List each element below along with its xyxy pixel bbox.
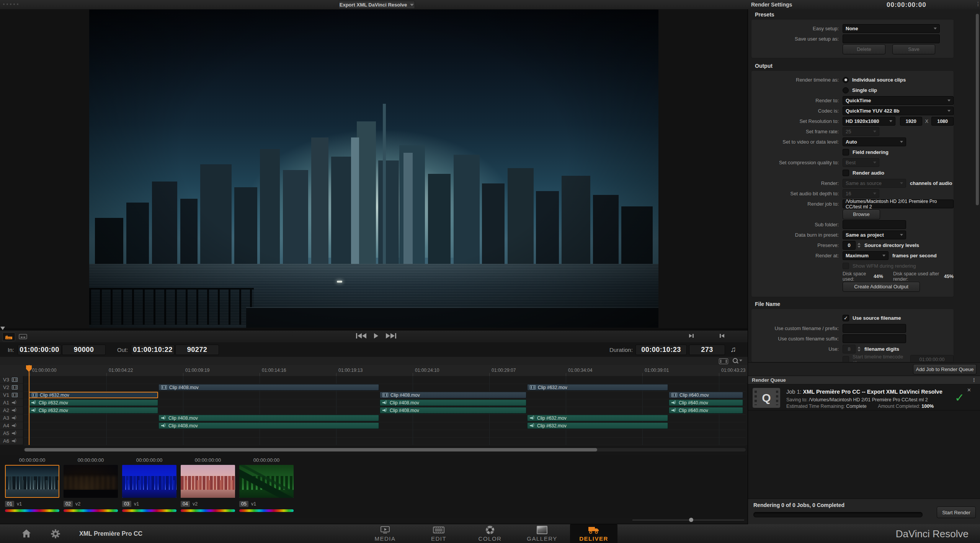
single-clip-radio[interactable]	[843, 87, 849, 93]
job-close-icon[interactable]: ✕	[967, 387, 971, 393]
speaker-icon[interactable]	[12, 431, 17, 436]
viewer-scrub-handle[interactable]	[0, 327, 5, 330]
delete-preset-button[interactable]: Delete	[843, 44, 885, 54]
audio-toggle-icon[interactable]: ♫	[730, 345, 736, 354]
duration-frames-field[interactable]: 273	[689, 345, 725, 355]
go-to-start-button[interactable]	[356, 333, 366, 339]
timeline-clip[interactable]: Clip #640.mov	[669, 392, 743, 398]
resolution-dropdown[interactable]: HD 1920x1080	[843, 117, 895, 126]
timeline-thumbnail-05[interactable]: 00:00:00:0005v1	[239, 455, 294, 512]
timeline-clip[interactable]: Clip #408.mov	[158, 422, 379, 429]
speaker-icon[interactable]	[12, 424, 17, 428]
render-job-item[interactable]: Q Job 1: XML Première Pro CC -- Export X…	[748, 386, 980, 411]
custom-suffix-input[interactable]	[843, 334, 906, 343]
track-header-a5[interactable]: A5	[0, 430, 23, 437]
tracks-body[interactable]: Clip #408.movClip #632.movClip #632.movC…	[24, 376, 746, 445]
video-data-level-dropdown[interactable]: Auto	[843, 137, 906, 146]
timeline-thumbnail-04[interactable]: 00:00:00:0004v2	[181, 455, 235, 512]
track-header-v2[interactable]: V2	[0, 384, 23, 391]
thumbnail-zoom-slider-track[interactable]	[632, 520, 744, 520]
track-header-a4[interactable]: A4	[0, 422, 23, 430]
queue-options-icon[interactable]: ⋮	[972, 377, 977, 383]
speaker-icon[interactable]	[12, 408, 17, 413]
duration-timecode-field[interactable]: 00:00:10:23	[635, 345, 687, 355]
render-view-toggle-icon[interactable]	[2, 332, 15, 341]
timeline-clip[interactable]: Clip #408.mov	[380, 392, 526, 398]
sub-folder-input[interactable]	[843, 220, 906, 229]
tab-deliver[interactable]: DELIVER	[570, 524, 617, 543]
individual-source-clips-radio[interactable]	[843, 77, 849, 83]
thumbnail-image[interactable]	[64, 465, 118, 498]
step-forward-button[interactable]	[689, 334, 694, 338]
track-header-a3[interactable]: A3	[0, 414, 23, 422]
timeline-clip[interactable]: Clip #632.mov	[29, 407, 158, 414]
panel-options-icon[interactable]: ⋮	[975, 1, 980, 7]
field-rendering-checkbox[interactable]	[843, 149, 849, 155]
thumbnail-image[interactable]	[122, 465, 176, 498]
timeline-ruler[interactable]: 01:00:00:0001:00:04:2201:00:09:1901:00:1…	[0, 365, 748, 376]
panel-scrollbar[interactable]	[976, 14, 979, 205]
film-icon[interactable]	[12, 393, 18, 397]
thumbnail-image[interactable]	[5, 465, 59, 498]
film-icon[interactable]	[12, 378, 18, 382]
create-additional-output-button[interactable]: Create Additional Output	[843, 282, 920, 292]
render-to-dropdown[interactable]: QuickTime	[843, 96, 954, 105]
tape-deck-icon[interactable]	[17, 332, 29, 340]
use-source-filename-checkbox[interactable]: ✓	[843, 315, 849, 321]
preserve-stepper[interactable]: 0	[843, 241, 861, 250]
project-name[interactable]: XML Première Pro CC	[79, 530, 142, 537]
out-frames-field[interactable]: 90272	[175, 345, 219, 355]
add-job-to-render-queue-button[interactable]: Add Job to Render Queue	[913, 364, 977, 375]
speaker-icon[interactable]	[12, 416, 17, 420]
timeline-clip[interactable]: Clip #408.mov	[158, 415, 379, 421]
timeline-selector-dropdown[interactable]: Export XML DaVinci Resolve	[338, 1, 415, 9]
save-preset-button[interactable]: Save	[892, 44, 935, 54]
tab-media[interactable]: MEDIA	[361, 524, 409, 543]
thumbnail-zoom-slider-handle[interactable]	[689, 518, 693, 522]
in-frames-field[interactable]: 90000	[62, 345, 106, 355]
timeline-thumbnail-01[interactable]: 00:00:00:0001v1	[5, 455, 59, 512]
track-header-a1[interactable]: A1	[0, 399, 23, 407]
save-user-setup-input[interactable]	[843, 34, 940, 43]
home-icon[interactable]	[21, 529, 31, 538]
film-icon[interactable]	[12, 385, 18, 389]
track-header-a6[interactable]: A6	[0, 437, 23, 445]
timeline-clip[interactable]: Clip #632.mov	[527, 422, 668, 429]
timeline-zoom-tool[interactable]	[733, 358, 742, 363]
tab-color[interactable]: COLOR	[466, 524, 514, 543]
codec-dropdown[interactable]: QuickTime YUV 422 8b	[843, 106, 954, 115]
timeline-clip[interactable]: Clip #632.mov	[527, 384, 668, 391]
in-timecode-field[interactable]: 01:00:00:00	[18, 345, 61, 355]
resolution-width-field[interactable]: 1920	[900, 117, 922, 126]
timeline-clip[interactable]: Clip #408.mov	[380, 399, 526, 406]
thumbnail-image[interactable]	[239, 465, 294, 498]
tab-gallery[interactable]: GALLERY	[518, 524, 566, 543]
timeline-clip[interactable]: Clip #408.mov	[380, 407, 526, 414]
browse-button[interactable]: Browse	[843, 209, 880, 219]
timeline-view-options-icon[interactable]	[719, 358, 728, 364]
timeline-thumbnail-03[interactable]: 00:00:00:0003v1	[122, 455, 176, 512]
timeline-clip[interactable]: Clip #640.mov	[669, 407, 743, 414]
go-to-end-button[interactable]	[386, 333, 396, 339]
render-job-path-field[interactable]: /Volumes/Macintosh HD 2/01 Première Pro …	[843, 200, 954, 208]
speaker-icon[interactable]	[12, 439, 17, 443]
track-header-a2[interactable]: A2	[0, 407, 23, 414]
timeline-clip[interactable]: Clip #632.mov	[29, 399, 158, 406]
render-at-dropdown[interactable]: Maximum	[843, 251, 889, 260]
custom-prefix-input[interactable]	[843, 324, 906, 333]
easy-setup-dropdown[interactable]: None	[843, 24, 940, 33]
resolution-height-field[interactable]: 1080	[931, 117, 954, 126]
track-header-v1[interactable]: V1	[0, 391, 23, 399]
data-burn-dropdown[interactable]: Same as project	[843, 231, 906, 239]
timeline-clip[interactable]: Clip #632.mov	[29, 392, 158, 398]
timeline-clip[interactable]: Clip #640.mov	[669, 399, 743, 406]
play-button[interactable]	[374, 333, 378, 339]
render-audio-checkbox[interactable]	[843, 170, 849, 176]
track-header-v3[interactable]: V3	[0, 376, 23, 384]
timeline-clip[interactable]: Clip #632.mov	[527, 415, 668, 421]
gear-icon[interactable]	[51, 529, 60, 539]
out-timecode-field[interactable]: 01:00:10:22	[131, 345, 175, 355]
timeline-scrollbar-thumb[interactable]	[24, 448, 597, 451]
timeline-clip[interactable]: Clip #408.mov	[158, 384, 379, 391]
tab-edit[interactable]: EDIT	[415, 524, 462, 543]
